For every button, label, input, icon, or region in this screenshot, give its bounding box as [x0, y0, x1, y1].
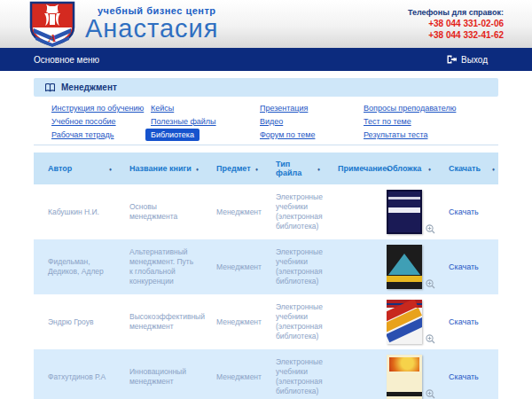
link-test-results[interactable]: Результаты теста — [364, 130, 427, 139]
cell-author: Фидельман, Дедиков, Адлер — [34, 239, 115, 294]
book-cover-thumbnail[interactable] — [387, 190, 422, 234]
library-table: Автор Название книги Предмет Тип файла П… — [34, 153, 498, 399]
download-link[interactable]: Скачать — [449, 317, 479, 326]
phone-number-1: +38 044 331-02-06 — [408, 19, 504, 30]
magnifier-icon[interactable] — [426, 279, 435, 289]
magnifier-icon[interactable] — [426, 334, 435, 344]
link-topic-test[interactable]: Тест по теме — [364, 117, 411, 126]
download-link[interactable]: Скачать — [449, 207, 479, 216]
magnifier-icon[interactable] — [426, 224, 435, 234]
svg-text:А: А — [48, 31, 57, 44]
sort-icon[interactable] — [109, 164, 112, 173]
cell-filetype: Электронные учебники (электронная библио… — [262, 184, 324, 239]
cell-title: Основы менеджмента — [115, 184, 202, 239]
links-divider — [34, 145, 498, 145]
link-workbook[interactable]: Рабочая тетрадь — [51, 130, 114, 139]
main-navbar: Основное меню Выход — [0, 48, 532, 71]
table-row: Эндрю Гроув Высокоэффективный менеджмент… — [34, 294, 498, 349]
sort-icon[interactable] — [492, 164, 495, 173]
col-header-download[interactable]: Скачать — [434, 153, 498, 184]
sort-icon[interactable] — [317, 164, 320, 173]
section-header: Менеджмент — [34, 78, 498, 97]
cell-filetype: Электронные учебники (электронная библио… — [262, 239, 324, 294]
phone-number-2: +38 044 332-41-62 — [408, 30, 504, 42]
link-presentation[interactable]: Презентация — [260, 104, 308, 113]
cell-title: Высокоэффективный менеджмент — [115, 294, 202, 349]
logout-label: Выход — [461, 55, 488, 65]
book-cover-thumbnail[interactable] — [387, 355, 422, 399]
link-instructions[interactable]: Инструкция по обучению — [51, 104, 144, 113]
book-cover-thumbnail[interactable] — [387, 300, 422, 344]
cell-subject: Менеджмент — [202, 294, 262, 349]
cell-note — [324, 184, 372, 239]
cell-note — [324, 349, 372, 399]
col-header-subject[interactable]: Предмет — [202, 153, 262, 184]
col-header-author[interactable]: Автор — [34, 153, 115, 184]
book-cover-thumbnail[interactable] — [387, 245, 422, 289]
link-cases[interactable]: Кейсы — [151, 104, 174, 113]
link-video[interactable]: Видео — [260, 117, 283, 126]
company-name: Анастасия — [85, 16, 218, 41]
table-row: Фидельман, Дедиков, Адлер Альтернативный… — [34, 239, 498, 294]
section-title: Менеджмент — [61, 82, 117, 92]
logout-link[interactable]: Выход — [446, 54, 488, 65]
book-icon — [45, 83, 55, 92]
cell-subject: Менеджмент — [202, 349, 262, 399]
course-links: Инструкция по обучению Учебное пособие Р… — [34, 103, 498, 145]
page-header: А учебный бизнес центр Анастасия Телефон… — [0, 0, 532, 48]
cell-filetype: Электронные учебники (электронная библио… — [262, 349, 324, 399]
magnifier-icon[interactable] — [426, 389, 435, 399]
sort-icon[interactable] — [196, 164, 199, 173]
cell-author: Эндрю Гроув — [34, 294, 115, 349]
anastasia-crest-logo: А — [27, 1, 78, 51]
cell-note — [324, 294, 372, 349]
table-row: Кабушкин Н.И. Основы менеджмента Менеджм… — [34, 184, 498, 239]
table-header-row: Автор Название книги Предмет Тип файла П… — [34, 153, 498, 184]
cell-filetype: Электронные учебники (электронная библио… — [262, 294, 324, 349]
col-header-note[interactable]: Примечание — [324, 153, 372, 184]
logout-icon — [446, 54, 457, 65]
link-textbook[interactable]: Учебное пособие — [51, 117, 116, 126]
cell-subject: Менеджмент — [202, 239, 262, 294]
cell-author: Кабушкин Н.И. — [34, 184, 115, 239]
link-useful-files[interactable]: Полезные файлы — [151, 117, 216, 126]
cell-title: Альтернативный менеджмент. Путь к глобал… — [115, 239, 202, 294]
cell-author: Фатхутдинов Р.А — [34, 349, 115, 399]
table-row: Фатхутдинов Р.А Инновационный менеджмент… — [34, 349, 498, 399]
link-forum[interactable]: Форум по теме — [260, 130, 315, 139]
download-link[interactable]: Скачать — [449, 372, 479, 381]
link-library-active[interactable]: Библиотека — [145, 129, 200, 141]
cell-note — [324, 239, 372, 294]
download-link[interactable]: Скачать — [449, 262, 479, 271]
main-menu-link[interactable]: Основное меню — [34, 55, 99, 65]
sort-icon[interactable] — [428, 164, 431, 173]
col-header-filetype[interactable]: Тип файла — [262, 153, 324, 184]
cell-subject: Менеджмент — [202, 184, 262, 239]
sort-icon[interactable] — [255, 164, 258, 173]
cell-title: Инновационный менеджмент — [115, 349, 202, 399]
col-header-title[interactable]: Название книги — [115, 153, 202, 184]
link-questions-teacher[interactable]: Вопросы преподавателю — [364, 104, 456, 113]
phones-label: Телефоны для справок: — [408, 8, 504, 17]
